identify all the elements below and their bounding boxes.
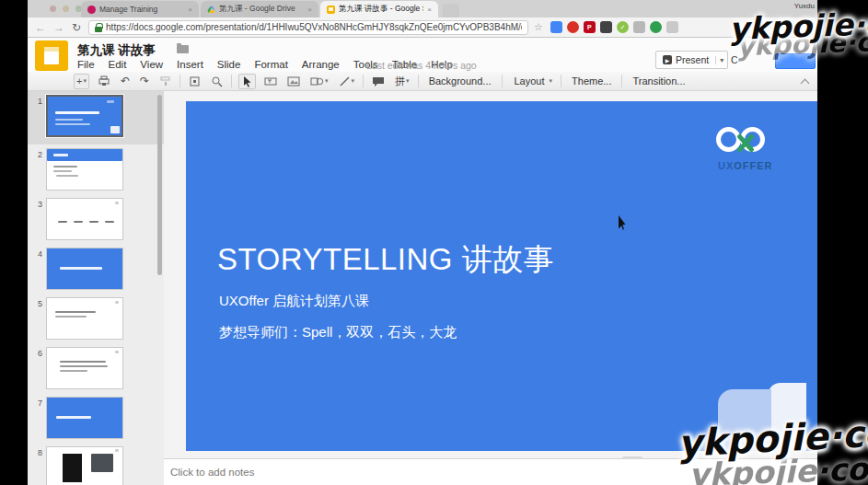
extension-icon-green[interactable] <box>650 21 662 33</box>
extension-icons: P ✓ <box>550 21 678 33</box>
insert-line-button[interactable]: ▾ <box>337 74 357 89</box>
reload-icon[interactable]: ↻ <box>72 21 81 34</box>
menu-edit[interactable]: Edit <box>109 59 127 70</box>
close-window-icon[interactable] <box>50 6 56 12</box>
close-tab-icon[interactable]: × <box>427 6 432 14</box>
folded-corner-graphic <box>718 383 806 451</box>
present-button[interactable]: ▶Present ▾ <box>655 51 728 69</box>
transition-button[interactable]: Transition... <box>629 75 689 87</box>
tab-strip: Manage Training × 第九课 - Google Drive × 第… <box>28 0 817 17</box>
extension-icon-green-check[interactable]: ✓ <box>617 21 629 33</box>
menu-file[interactable]: File <box>77 59 95 70</box>
slide-5-thumbnail[interactable] <box>46 297 123 340</box>
close-tab-icon[interactable]: × <box>307 6 312 14</box>
zoom-button[interactable] <box>209 74 225 89</box>
logo-offer-text: OFFER <box>734 160 772 171</box>
comments-button[interactable]: C <box>731 54 738 65</box>
browser-window: Manage Training × 第九课 - Google Drive × 第… <box>28 0 817 485</box>
back-icon[interactable]: ← <box>35 21 46 34</box>
slides-logo-icon[interactable] <box>35 40 68 71</box>
tab-slides-active[interactable]: 第九课 讲故事 - Google Sli × <box>320 1 438 17</box>
new-tab-button[interactable] <box>443 4 459 17</box>
slide-thumbnail-row[interactable]: 2 <box>28 144 164 194</box>
zoom-fit-button[interactable] <box>187 74 203 89</box>
slide-1-thumbnail[interactable] <box>46 95 123 137</box>
extension-icon-gray[interactable] <box>633 21 645 33</box>
slide-number: 2 <box>28 148 42 159</box>
menu-slide[interactable]: Slide <box>217 59 241 70</box>
slide-number: 3 <box>28 198 42 209</box>
insert-comment-button[interactable] <box>370 74 387 89</box>
slide-thumbnail-row[interactable]: 1 <box>28 91 164 144</box>
filmstrip-scrollbar[interactable] <box>157 95 162 275</box>
undo-button[interactable]: ↶ <box>119 74 132 89</box>
logo-ux-text: UX <box>718 160 734 171</box>
hide-menus-chevron-icon[interactable] <box>802 78 808 85</box>
bookmark-star-icon[interactable]: ☆ <box>534 21 543 33</box>
slide-number: 1 <box>28 95 42 106</box>
last-edit-status[interactable]: Last edit was 4 hours ago <box>366 60 477 71</box>
slide-title-text[interactable]: STORYTELLING 讲故事 <box>217 239 554 281</box>
new-slide-button[interactable]: +▾ <box>74 74 89 89</box>
slide-mentors-text[interactable]: 梦想导师们：Spell，双双，石头，大龙 <box>219 324 457 341</box>
slide-thumbnail-row[interactable]: 7 <box>28 393 164 443</box>
share-button[interactable] <box>775 53 816 69</box>
slide-thumbnail-row[interactable]: 5 <box>28 294 164 343</box>
extension-icon-red[interactable] <box>567 21 579 33</box>
menu-arrange[interactable]: Arrange <box>302 59 340 70</box>
slide-thumbnail-row[interactable]: 6 <box>28 343 164 393</box>
insert-shape-button[interactable]: ▾ <box>308 74 330 89</box>
slide-thumbnail-row[interactable]: 8 <box>28 443 164 485</box>
slide-subtitle-text[interactable]: UXOffer 启航计划第八课 <box>219 293 369 310</box>
select-tool-button[interactable] <box>238 74 256 89</box>
minimize-window-icon[interactable] <box>63 6 69 12</box>
url-bar: ← → ↻ https://docs.google.com/presentati… <box>28 17 817 38</box>
screen: Manage Training × 第九课 - Google Drive × 第… <box>0 0 868 485</box>
print-button[interactable] <box>96 74 112 89</box>
layout-button[interactable]: Layout▾ <box>509 74 555 89</box>
https-lock-icon[interactable] <box>95 23 102 32</box>
speaker-notes-panel[interactable]: Click to add notes <box>164 458 817 485</box>
document-title[interactable]: 第九课 讲故事 <box>77 42 156 59</box>
url-text: https://docs.google.com/presentation/d/1… <box>106 22 522 32</box>
slide-8-thumbnail[interactable] <box>46 446 123 485</box>
slide-7-thumbnail[interactable] <box>46 397 123 439</box>
slide-thumbnail-row[interactable]: 3 <box>28 194 164 244</box>
slide-thumbnail-row[interactable]: 4 <box>28 244 164 294</box>
present-label: Present <box>676 54 709 65</box>
slide-number: 5 <box>28 297 42 308</box>
extension-icon-dark[interactable] <box>600 21 612 33</box>
background-button[interactable]: Background... <box>425 75 495 87</box>
slide-2-thumbnail[interactable] <box>46 148 123 191</box>
notes-resize-handle[interactable] <box>622 456 642 459</box>
insert-image-button[interactable] <box>285 74 302 89</box>
pinterest-extension-icon[interactable]: P <box>584 21 596 33</box>
close-tab-icon[interactable]: × <box>188 6 192 14</box>
text-box-button[interactable] <box>262 74 279 89</box>
slide-3-thumbnail[interactable] <box>46 198 123 240</box>
slide-4-thumbnail[interactable] <box>46 248 123 290</box>
profile-name[interactable]: Yuxdu <box>794 2 815 10</box>
menu-insert[interactable]: Insert <box>177 59 203 70</box>
menu-format[interactable]: Format <box>254 59 287 70</box>
tab-google-drive[interactable]: 第九课 - Google Drive × <box>201 1 318 17</box>
theme-button[interactable]: Theme... <box>568 75 615 87</box>
slide-canvas[interactable]: UXOFFER STORYTELLING 讲故事 UXOffer 启航计划第八课… <box>164 91 817 485</box>
tab-manage-training[interactable]: Manage Training × <box>81 1 199 17</box>
window-controls[interactable] <box>50 6 82 12</box>
slide-6-thumbnail[interactable] <box>46 347 123 389</box>
menu-view[interactable]: View <box>140 59 163 70</box>
tab-title: 第九课 - Google Drive <box>219 4 304 15</box>
redo-button[interactable]: ↷ <box>138 74 151 89</box>
forward-icon[interactable]: → <box>53 21 64 34</box>
ime-pinyin-button[interactable]: 拼▾ <box>393 74 411 89</box>
extension-icon-blue[interactable] <box>550 21 562 33</box>
notes-placeholder[interactable]: Click to add notes <box>170 467 254 478</box>
address-input[interactable]: https://docs.google.com/presentation/d/1… <box>88 20 528 35</box>
extension-icon-light[interactable] <box>666 21 678 33</box>
paint-format-button[interactable] <box>157 74 173 89</box>
undo-icon: ↶ <box>121 75 130 87</box>
current-slide[interactable]: UXOFFER STORYTELLING 讲故事 UXOffer 启航计划第八课… <box>186 101 817 451</box>
move-to-folder-icon[interactable] <box>177 45 189 53</box>
present-dropdown-icon[interactable]: ▾ <box>715 56 727 64</box>
